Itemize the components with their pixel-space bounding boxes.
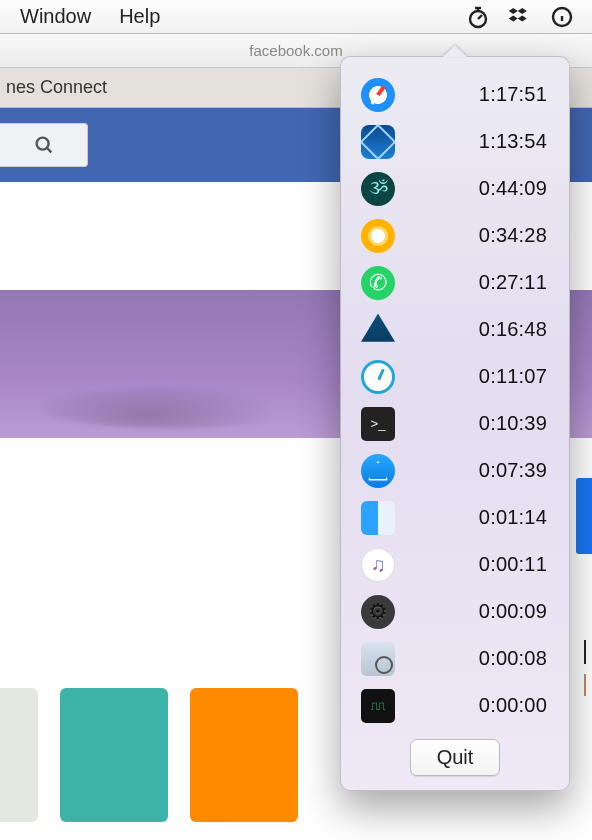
app-time-entry[interactable]: 1:17:51 (351, 71, 559, 118)
app-time-entry[interactable]: 0:11:07 (351, 353, 559, 400)
time-label: 1:13:54 (397, 130, 551, 153)
settings-icon (359, 593, 397, 631)
appstore-icon (359, 452, 397, 490)
time-label: 0:27:11 (397, 271, 551, 294)
itunes-icon (359, 546, 397, 584)
search-icon (33, 134, 55, 156)
app-time-entry[interactable]: 0:00:08 (351, 635, 559, 682)
affinity-icon (359, 311, 397, 349)
time-label: 0:00:00 (397, 694, 551, 717)
terminal-icon: >_ (359, 405, 397, 443)
card[interactable] (0, 688, 38, 822)
app-time-entry[interactable]: 0:00:09 (351, 588, 559, 635)
time-label: 0:34:28 (397, 224, 551, 247)
quit-button[interactable]: Quit (410, 739, 501, 776)
card-row (0, 688, 298, 822)
app-time-entry[interactable]: 0:00:11 (351, 541, 559, 588)
finder-icon (359, 499, 397, 537)
chrome-icon (359, 217, 397, 255)
app-time-entry[interactable]: 0:16:48 (351, 306, 559, 353)
preview-icon (359, 640, 397, 678)
time-tracker-popup: 1:17:51 1:13:54 ૐ 0:44:09 0:34:28 ✆ 0:27… (340, 56, 570, 791)
evernote-icon: ૐ (359, 170, 397, 208)
divider (584, 674, 586, 696)
menu-window[interactable]: Window (6, 5, 105, 28)
dropbox-icon[interactable] (508, 5, 532, 29)
divider (584, 640, 586, 664)
time-label: 0:00:11 (397, 553, 551, 576)
time-label: 0:01:14 (397, 506, 551, 529)
info-icon[interactable] (550, 5, 574, 29)
app-time-entry[interactable]: ૐ 0:44:09 (351, 165, 559, 212)
xcode-icon (359, 123, 397, 161)
stopwatch-icon[interactable] (466, 5, 490, 29)
app-time-entry[interactable]: 0:07:39 (351, 447, 559, 494)
app-time-entry[interactable]: 0:01:14 (351, 494, 559, 541)
time-label: 0:00:09 (397, 600, 551, 623)
activity-monitor-icon: ⎍⎍ (359, 687, 397, 725)
time-label: 0:10:39 (397, 412, 551, 435)
app-time-entry[interactable]: ⎍⎍ 0:00:00 (351, 682, 559, 729)
system-menubar: Window Help (0, 0, 592, 34)
quit-row: Quit (351, 729, 559, 776)
safari-icon (359, 76, 397, 114)
app-time-entry[interactable]: 1:13:54 (351, 118, 559, 165)
search-button[interactable] (0, 123, 88, 167)
time-label: 0:44:09 (397, 177, 551, 200)
whatsapp-icon: ✆ (359, 264, 397, 302)
app-time-entry[interactable]: ✆ 0:27:11 (351, 259, 559, 306)
card[interactable] (60, 688, 168, 822)
menubar-status-icons (466, 5, 586, 29)
timer-icon (359, 358, 397, 396)
time-label: 1:17:51 (397, 83, 551, 106)
side-button[interactable] (576, 478, 592, 554)
menu-help[interactable]: Help (105, 5, 174, 28)
time-label: 0:11:07 (397, 365, 551, 388)
app-time-entry[interactable]: 0:34:28 (351, 212, 559, 259)
card[interactable] (190, 688, 298, 822)
time-label: 0:07:39 (397, 459, 551, 482)
time-label: 0:00:08 (397, 647, 551, 670)
tab-title: nes Connect (6, 77, 107, 98)
app-time-entry[interactable]: >_ 0:10:39 (351, 400, 559, 447)
time-label: 0:16:48 (397, 318, 551, 341)
